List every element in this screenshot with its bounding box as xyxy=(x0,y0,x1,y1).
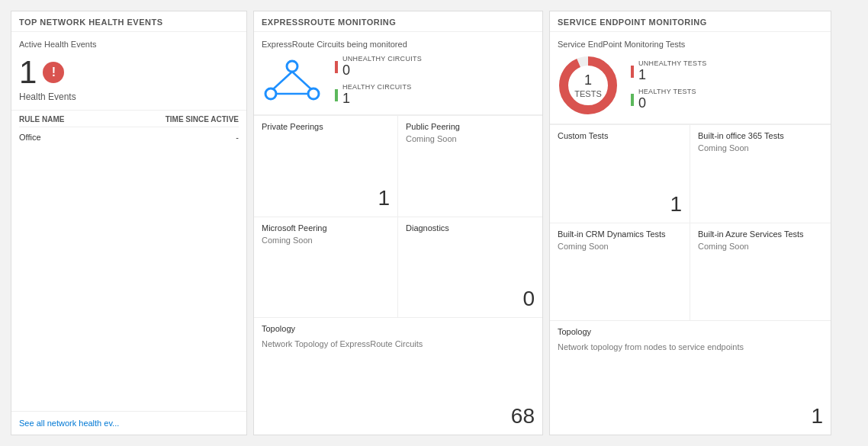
healthy-tests-count: 0 xyxy=(638,95,696,111)
healthy-label: HEALTHY CIRCUITS xyxy=(342,83,411,91)
network-topology-icon xyxy=(262,57,323,105)
crm-tests-coming: Coming Soon xyxy=(558,242,682,251)
public-peering-coming: Coming Soon xyxy=(406,134,535,143)
private-peerings-cell[interactable]: Private Peerings 1 xyxy=(254,116,398,217)
service-summary: Service EndPoint Monitoring Tests 1 TEST… xyxy=(550,32,831,124)
azure-tests-title: Built-in Azure Services Tests xyxy=(698,229,823,239)
middle-topology-desc: Network Topology of ExpressRoute Circuit… xyxy=(262,339,535,348)
middle-topology-count: 68 xyxy=(262,404,535,428)
events-table: RULE NAME TIME SINCE ACTIVE Office - xyxy=(11,111,246,149)
right-topology-title: Topology xyxy=(558,327,823,336)
crm-tests-title: Built-in CRM Dynamics Tests xyxy=(558,229,682,239)
public-peering-cell[interactable]: Public Peering Coming Soon xyxy=(398,116,542,217)
middle-topology-cell[interactable]: Topology Network Topology of ExpressRout… xyxy=(254,318,542,435)
right-panel-title: SERVICE ENDPOINT MONITORING xyxy=(550,11,831,32)
office365-tests-coming: Coming Soon xyxy=(698,143,823,152)
unhealthy-tests-label: UNHEALTHY TESTS xyxy=(638,59,707,67)
right-topology-count: 1 xyxy=(558,404,823,428)
office365-tests-cell[interactable]: Built-in office 365 Tests Coming Soon xyxy=(690,125,831,223)
donut-tests-label: TESTS xyxy=(574,88,601,98)
donut-label: 1 TESTS xyxy=(574,72,601,99)
express-label: ExpressRoute Circuits being monitored xyxy=(262,40,535,49)
private-peerings-title: Private Peerings xyxy=(262,122,390,131)
microsoft-peering-title: Microsoft Peering xyxy=(262,223,390,233)
error-icon: ! xyxy=(43,62,64,83)
left-footer: See all network health ev... xyxy=(11,411,246,435)
unhealthy-label: UNHEALTHY CIRCUITS xyxy=(342,55,422,63)
service-legend: UNHEALTHY TESTS 1 HEALTHY TESTS 0 xyxy=(631,59,707,111)
diagnostics-cell[interactable]: Diagnostics 0 xyxy=(398,217,542,319)
col-rule-name: RULE NAME xyxy=(19,115,64,124)
unhealthy-count: 0 xyxy=(342,63,422,79)
right-topology-cell[interactable]: Topology Network topology from nodes to … xyxy=(550,321,831,435)
col-time-active: TIME SINCE ACTIVE xyxy=(166,115,239,124)
unhealthy-tests-bar xyxy=(631,66,634,78)
healthy-tests-bar xyxy=(631,94,634,106)
public-peering-title: Public Peering xyxy=(406,122,535,131)
rule-name-cell: Office xyxy=(19,133,41,142)
diagnostics-count: 0 xyxy=(406,287,535,311)
svg-line-4 xyxy=(292,72,311,89)
diagnostics-title: Diagnostics xyxy=(406,223,535,233)
microsoft-peering-cell[interactable]: Microsoft Peering Coming Soon xyxy=(254,217,398,319)
see-all-link[interactable]: See all network health ev... xyxy=(19,419,119,428)
crm-tests-cell[interactable]: Built-in CRM Dynamics Tests Coming Soon xyxy=(550,223,690,322)
donut-count: 1 xyxy=(574,72,601,89)
healthy-circuits-item: HEALTHY CIRCUITS 1 xyxy=(335,83,422,107)
microsoft-peering-coming: Coming Soon xyxy=(262,236,390,245)
right-topology-desc: Network topology from nodes to service e… xyxy=(558,342,823,351)
healthy-bar xyxy=(335,89,338,101)
unhealthy-info: UNHEALTHY CIRCUITS 0 xyxy=(342,55,422,79)
svg-point-2 xyxy=(308,88,319,99)
unhealthy-bar xyxy=(335,61,338,73)
middle-sub-grid: Private Peerings 1 Public Peering Coming… xyxy=(254,115,542,435)
dashboard: TOP NETWORK HEALTH EVENTS Active Health … xyxy=(0,0,868,446)
custom-tests-cell[interactable]: Custom Tests 1 xyxy=(550,125,690,223)
circuits-legend: UNHEALTHY CIRCUITS 0 HEALTHY CIRCUITS 1 xyxy=(335,55,422,107)
right-panel: SERVICE ENDPOINT MONITORING Service EndP… xyxy=(549,11,831,435)
events-table-header: RULE NAME TIME SINCE ACTIVE xyxy=(19,115,239,127)
left-panel: TOP NETWORK HEALTH EVENTS Active Health … xyxy=(11,11,247,435)
time-active-cell: - xyxy=(236,133,239,142)
svg-line-3 xyxy=(273,72,292,89)
unhealthy-tests-item: UNHEALTHY TESTS 1 xyxy=(631,59,707,83)
middle-topology-title: Topology xyxy=(262,324,535,333)
custom-tests-count: 1 xyxy=(558,192,682,217)
health-count-row: 1 ! xyxy=(19,56,239,88)
right-sub-grid: Custom Tests 1 Built-in office 365 Tests… xyxy=(550,124,831,435)
health-count: 1 xyxy=(19,56,37,88)
azure-tests-coming: Coming Soon xyxy=(698,242,823,251)
service-label: Service EndPoint Monitoring Tests xyxy=(558,40,823,49)
svg-point-1 xyxy=(265,88,276,99)
unhealthy-tests-info: UNHEALTHY TESTS 1 xyxy=(638,59,707,83)
unhealthy-tests-count: 1 xyxy=(638,67,707,83)
express-content: UNHEALTHY CIRCUITS 0 HEALTHY CIRCUITS 1 xyxy=(262,55,535,107)
service-content: 1 TESTS UNHEALTHY TESTS 1 xyxy=(558,55,823,116)
azure-tests-cell[interactable]: Built-in Azure Services Tests Coming Soo… xyxy=(690,223,831,322)
unhealthy-circuits-item: UNHEALTHY CIRCUITS 0 xyxy=(335,55,422,79)
healthy-tests-item: HEALTHY TESTS 0 xyxy=(631,88,707,111)
donut-chart: 1 TESTS xyxy=(558,55,619,116)
table-row[interactable]: Office - xyxy=(19,130,239,144)
left-panel-title: TOP NETWORK HEALTH EVENTS xyxy=(11,11,246,32)
healthy-info: HEALTHY CIRCUITS 1 xyxy=(342,83,411,107)
private-peerings-count: 1 xyxy=(262,186,390,210)
health-summary: Active Health Events 1 ! Health Events xyxy=(11,32,246,111)
healthy-count: 1 xyxy=(342,91,411,107)
active-health-label: Active Health Events xyxy=(19,40,239,49)
health-events-label: Health Events xyxy=(19,91,239,102)
healthy-tests-info: HEALTHY TESTS 0 xyxy=(638,88,696,111)
middle-panel-title: EXPRESSROUTE MONITORING xyxy=(254,11,542,32)
middle-panel: EXPRESSROUTE MONITORING ExpressRoute Cir… xyxy=(253,11,543,435)
office365-tests-title: Built-in office 365 Tests xyxy=(698,131,823,140)
svg-point-0 xyxy=(287,61,297,72)
express-summary: ExpressRoute Circuits being monitored xyxy=(254,32,542,115)
custom-tests-title: Custom Tests xyxy=(558,131,682,140)
healthy-tests-label: HEALTHY TESTS xyxy=(638,88,696,95)
